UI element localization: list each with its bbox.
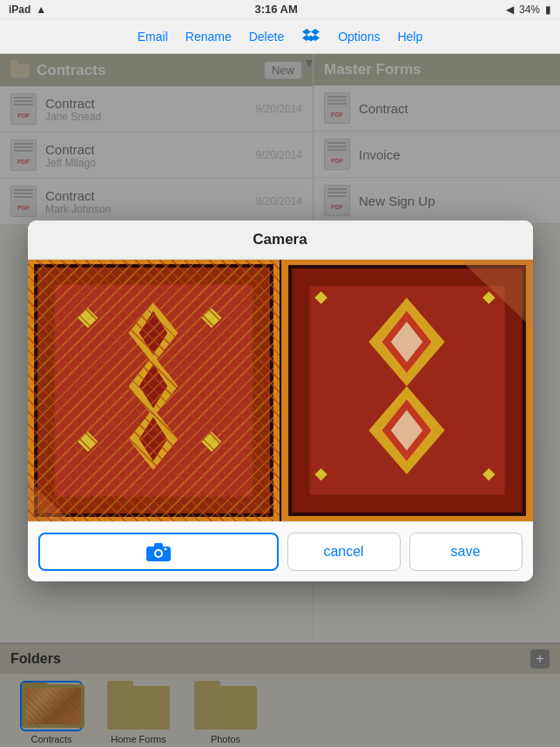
- dropbox-button[interactable]: [301, 29, 320, 44]
- svg-rect-38: [154, 543, 163, 547]
- svg-marker-1: [311, 29, 320, 35]
- options-button[interactable]: Options: [338, 30, 380, 44]
- rug-img-right: [281, 260, 533, 521]
- cancel-button[interactable]: cancel: [287, 533, 401, 571]
- status-right: ◀ 34% ▮: [506, 3, 551, 16]
- rug-svg-right: [281, 260, 533, 521]
- camera-button[interactable]: [38, 533, 279, 571]
- email-button[interactable]: Email: [138, 30, 168, 44]
- rug-image-left: [28, 260, 280, 521]
- rename-button[interactable]: Rename: [186, 30, 232, 44]
- wifi-icon: ▲: [36, 3, 46, 16]
- svg-point-37: [156, 551, 161, 556]
- svg-marker-0: [302, 29, 311, 35]
- status-left: iPad ▲: [9, 3, 46, 16]
- nav-bar: Email Rename Delete Options Help: [0, 19, 560, 54]
- camera-modal: Camera: [28, 221, 533, 581]
- camera-icon: [146, 541, 171, 562]
- delete-button[interactable]: Delete: [249, 30, 284, 44]
- location-icon: ◀: [506, 3, 514, 16]
- svg-point-39: [164, 547, 166, 550]
- battery-icon: ▮: [545, 3, 551, 16]
- help-button[interactable]: Help: [397, 30, 422, 44]
- modal-buttons: cancel save: [28, 521, 533, 581]
- device-name: iPad: [9, 3, 30, 16]
- status-bar: iPad ▲ 3:16 AM ◀ 34% ▮: [0, 0, 560, 19]
- rug-image-right: [281, 260, 533, 521]
- modal-images: [28, 260, 533, 521]
- dropbox-icon: [301, 29, 320, 44]
- modal-header: Camera: [28, 221, 533, 260]
- modal-title: Camera: [253, 231, 307, 248]
- battery-label: 34%: [519, 3, 540, 16]
- modal-overlay: Camera: [0, 54, 560, 747]
- rug-img-left: [28, 260, 280, 521]
- status-time: 3:16 AM: [254, 3, 297, 16]
- save-button[interactable]: save: [409, 533, 523, 571]
